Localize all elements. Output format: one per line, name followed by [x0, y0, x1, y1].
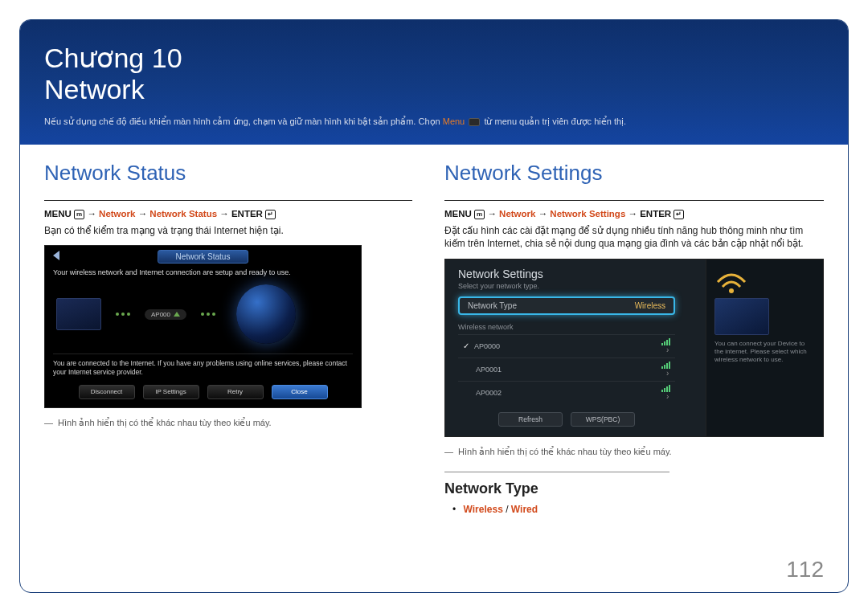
globe-icon: [236, 284, 296, 344]
refresh-button[interactable]: Refresh: [498, 412, 563, 427]
section-title-network-status: Network Status: [44, 161, 412, 186]
status-desc: Bạn có thể kiểm tra mạng và trạng thái I…: [44, 224, 412, 237]
divider: [444, 200, 824, 201]
nav-path-settings: MENU m → Network → Network Settings → EN…: [444, 209, 824, 219]
ip-settings-button[interactable]: IP Settings: [143, 385, 199, 399]
svg-point-0: [729, 288, 734, 293]
network-type-options: • Wireless / Wired: [444, 504, 824, 515]
ap-chip: AP000: [145, 309, 186, 320]
right-column: Network Settings MENU m → Network → Netw…: [444, 161, 824, 514]
divider: [44, 200, 412, 201]
image-caption: ― Hình ảnh hiển thị có thể khác nhau tùy…: [444, 447, 824, 457]
chevron-right-icon: ›: [666, 369, 669, 378]
network-type-selector[interactable]: Network Type Wireless: [458, 296, 675, 315]
image-caption: ― Hình ảnh hiển thị có thể khác nhau tùy…: [44, 418, 412, 428]
chevron-right-icon: ›: [666, 392, 669, 401]
settings-side-panel: You can connect your Device to the inter…: [706, 260, 823, 436]
settings-dialog-subtitle: Select your network type.: [458, 282, 698, 290]
chapter-number: Chương 10: [44, 43, 182, 73]
ap-row[interactable]: AP0001 ›: [458, 358, 675, 381]
ap-row[interactable]: AP0002 ›: [458, 381, 675, 404]
network-settings-screenshot: Network Settings Select your network typ…: [444, 259, 824, 437]
network-status-screenshot: Network Status Your wireless network and…: [44, 245, 362, 407]
wireless-list-label: Wireless network: [458, 323, 675, 331]
wps-button[interactable]: WPS(PBC): [571, 412, 635, 427]
side-help-text: You can connect your Device to the inter…: [714, 340, 815, 365]
left-column: Network Status MENU m → Network → Networ…: [44, 161, 412, 514]
check-icon: ✓: [463, 341, 469, 350]
tv-icon: [56, 298, 101, 330]
close-button[interactable]: Close: [272, 385, 328, 399]
page-number: 112: [786, 557, 824, 582]
settings-dialog-title: Network Settings: [458, 268, 698, 280]
subsection-title-network-type: Network Type: [444, 480, 824, 497]
menu-grid-icon: m: [74, 210, 84, 219]
status-msg-connected: You are connected to the Internet. If yo…: [53, 359, 353, 376]
signal-icon: [661, 385, 670, 392]
menu-word: Menu: [443, 116, 465, 126]
connection-dots-icon: [201, 313, 215, 316]
content-columns: Network Status MENU m → Network → Networ…: [20, 145, 848, 524]
chapter-name: Network: [44, 74, 145, 104]
connection-dots-icon: [116, 313, 130, 316]
disconnect-button[interactable]: Disconnect: [79, 385, 135, 399]
signal-icon: [661, 338, 670, 345]
dialog-title: Network Status: [158, 250, 249, 264]
enter-icon: ↵: [265, 210, 276, 219]
nav-path-status: MENU m → Network → Network Status → ENTE…: [44, 209, 412, 219]
signal-icon: [661, 362, 670, 369]
menu-icon: [469, 118, 480, 126]
menu-grid-icon: m: [474, 210, 485, 219]
subsection-divider: [444, 472, 669, 472]
network-type-value: Wireless: [635, 301, 665, 310]
wifi-icon: [174, 312, 180, 317]
status-msg-ready: Your wireless network and Internet conne…: [53, 268, 353, 276]
wireless-list: Wireless network ✓AP0000 › AP0001 › AP00…: [458, 323, 675, 404]
network-type-label: Network Type: [468, 301, 517, 310]
chapter-header: Chương 10 Network Nếu sử dụng chế độ điề…: [20, 20, 848, 145]
chapter-title: Chương 10 Network: [44, 43, 824, 105]
header-note: Nếu sử dụng chế độ điều khiển màn hình c…: [44, 116, 824, 127]
retry-button[interactable]: Retry: [207, 385, 264, 399]
device-icon: [714, 298, 769, 335]
settings-desc: Đặt cấu hình các cài đặt mạng để sử dụng…: [444, 224, 824, 250]
ap-row[interactable]: ✓AP0000 ›: [458, 334, 675, 358]
chevron-right-icon: ›: [666, 345, 669, 354]
back-icon[interactable]: [53, 251, 59, 260]
enter-icon: ↵: [674, 210, 684, 219]
wifi-big-icon: [714, 269, 748, 295]
section-title-network-settings: Network Settings: [444, 161, 824, 186]
document-page: Chương 10 Network Nếu sử dụng chế độ điề…: [19, 19, 849, 593]
